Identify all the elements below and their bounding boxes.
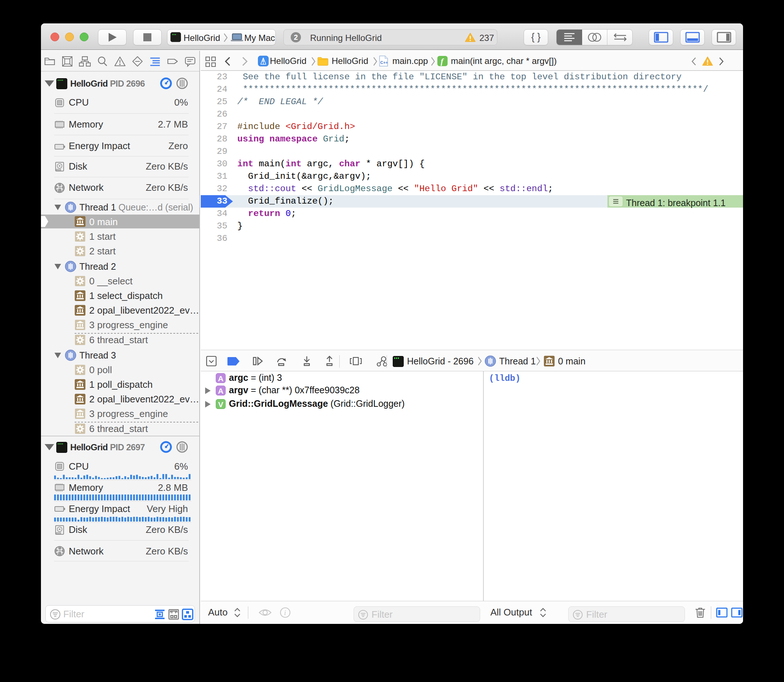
svg-text:C++: C++ xyxy=(380,60,388,65)
svg-text:i: i xyxy=(284,609,286,617)
